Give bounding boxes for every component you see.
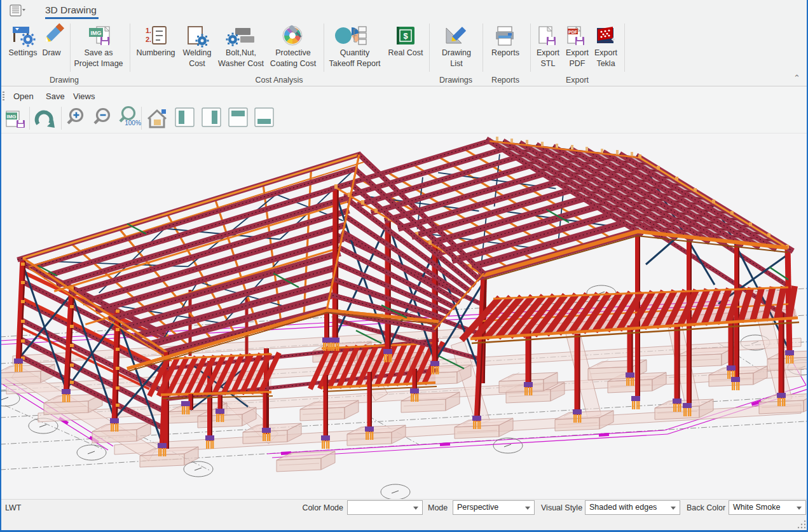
svg-text:1.: 1. bbox=[146, 27, 151, 34]
svg-text:$: $ bbox=[403, 31, 408, 41]
svg-text:100%: 100% bbox=[125, 119, 141, 126]
svg-text:2.: 2. bbox=[146, 36, 151, 43]
svg-text:PDF: PDF bbox=[568, 30, 578, 34]
svg-text:IMG: IMG bbox=[6, 114, 16, 119]
svg-text:IMG: IMG bbox=[91, 30, 102, 36]
